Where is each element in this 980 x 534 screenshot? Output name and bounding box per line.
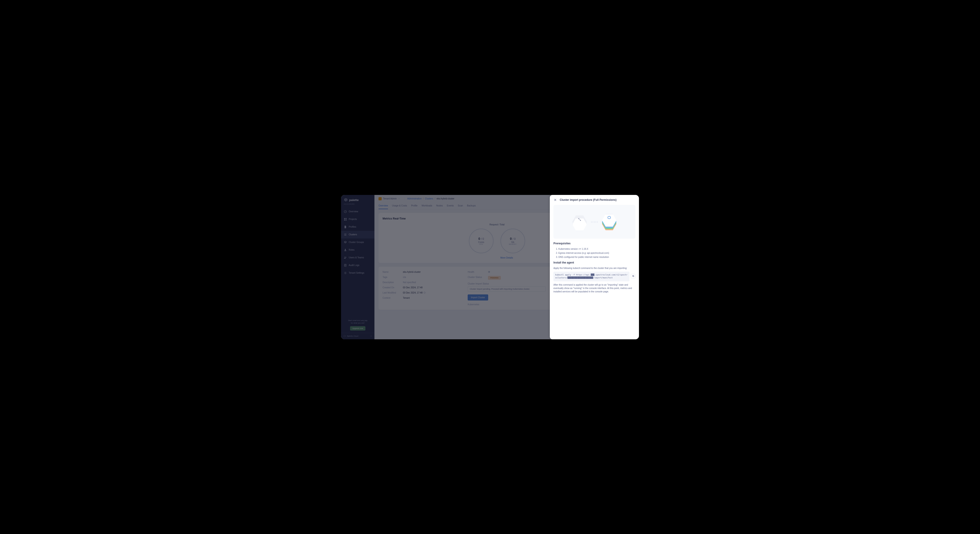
doc-icon [344,264,347,267]
memory-label: Gb [511,241,514,243]
tab-overview[interactable]: Overview [379,203,388,209]
copy-button[interactable] [631,274,635,278]
tab-backups[interactable]: Backups [467,203,476,209]
sidebar-item-users-teams[interactable]: Users & Teams [341,254,374,261]
kv-key-cluster-status: Cluster Status [468,276,488,280]
svg-rect-1 [344,218,345,219]
close-icon[interactable] [554,198,557,202]
panel-header: Cluster import procedure (Full Permissio… [550,195,639,205]
import-procedure-panel: Cluster import procedure (Full Permissio… [550,195,639,339]
brand-name: palette [349,198,359,202]
install-lead-text: Apply the following kubectl command to t… [554,267,635,270]
breadcrumb-separator: / [434,197,435,200]
prereq-list: Kubernetes version >= 1.19.X Egress inte… [554,247,635,259]
sidebar-item-label: Audit Logs [349,264,359,267]
breadcrumb-administration[interactable]: Administration [407,197,422,200]
tab-events[interactable]: Events [447,203,454,209]
breadcrumb-clusters[interactable]: Clusters [425,197,433,200]
breadcrumb-current: eks-hybrid-cluster [436,197,454,200]
layers-icon [344,241,347,244]
gear-icon [344,272,347,275]
tab-profile[interactable]: Profile [411,203,417,209]
sidebar-item-overview[interactable]: Overview [341,208,374,215]
svg-rect-14 [633,276,634,277]
kv-val-tags: n/a [403,276,406,278]
cpu-unit: CPU [479,243,483,245]
app-window: palette 4.6.0-241203 Overview Projects P… [341,195,639,339]
cpu-value: 0 / 0 [478,237,484,240]
code-row: kubectl apply -f https://api.███.spectro… [554,272,635,281]
svg-rect-15 [632,275,633,277]
sidebar-item-label: Clusters [349,233,357,236]
cpu-gauge: 0 / 0 Cores CPU [469,229,493,253]
kv-key-created: Created On [383,286,403,289]
kv-val-context: Tenant [403,297,410,299]
svg-point-6 [345,256,345,257]
kv-key-import-status: Cluster Import Status [468,283,546,285]
sidebar-item-clusters[interactable]: Clusters [341,231,374,238]
details-col-left: Nameeks-hybrid-cluster Tagsn/a Descripti… [383,271,460,306]
sidebar-item-audit-logs[interactable]: Audit Logs [341,261,374,269]
health-dot-icon [488,271,490,273]
info-icon[interactable] [423,291,426,294]
collapse-icon[interactable] [370,335,372,337]
prereq-item: DNS configured for public internet name … [558,255,635,259]
copy-icon [632,275,635,277]
file-icon [344,226,347,229]
kv-key-name: Name [383,271,403,273]
memory-value: 0 / 0 [510,237,515,240]
tab-nodes[interactable]: Nodes [436,203,443,209]
tab-usage-costs[interactable]: Usage & Costs [392,203,407,209]
memory-unit: MEMORY [509,243,517,245]
kv-val-description: Not specified [403,281,416,284]
sidebar-item-projects[interactable]: Projects [341,215,374,223]
svg-point-9 [345,273,346,273]
svg-point-7 [345,257,346,257]
kv-key-description: Description [383,281,403,284]
sidebar-nav: Overview Projects Profiles Clusters Clus… [341,208,374,277]
upgrade-button[interactable]: Upgrade now [350,326,366,331]
user-icon [344,248,347,251]
import-cluster-button[interactable]: Import Cluster [468,294,488,300]
sidebar-bottom-bar: Spectro Cloud [341,333,374,339]
kv-val-lastmod: 03 Dec 2024, 17:48 [403,291,426,294]
panel-body: ››››› Prerequisites Kubernetes version >… [550,205,639,339]
memory-gauge: 0 / 0 Gb MEMORY [500,229,525,253]
kv-key-tags: Tags [383,276,403,278]
brand: palette [341,195,374,203]
sidebar-item-roles[interactable]: Roles [341,246,374,254]
kv-val-created: 03 Dec 2024, 17:48 [403,286,423,289]
tab-scan[interactable]: Scan [458,203,463,209]
grid-icon [344,218,347,221]
version-label: 4.6.0-241203 [341,203,374,208]
kv-val-health [488,271,490,273]
prereq-item: Egress internet access (e.g: api.spectro… [558,251,635,255]
kubectl-command[interactable]: kubectl apply -f https://api.███.spectro… [554,272,630,281]
destination-cluster-icon [600,213,618,231]
prereq-item: Kubernetes version >= 1.19.X [558,247,635,251]
sidebar-item-profiles[interactable]: Profiles [341,223,374,231]
svg-rect-2 [345,218,347,219]
tenant-color-icon [379,197,382,200]
cpu-label: Cores [478,241,484,243]
sidebar: palette 4.6.0-241203 Overview Projects P… [341,195,374,339]
sidebar-item-label: Profiles [349,226,356,228]
sidebar-item-cluster-groups[interactable]: Cluster Groups [341,238,374,246]
sidebar-item-label: Tenant Settings [349,272,364,274]
status-badge: PENDING [488,276,501,280]
sidebar-item-tenant-settings[interactable]: Tenant Settings [341,269,374,277]
sidebar-footer-text: Start small and only pay for what you us… [343,319,372,324]
svg-point-11 [488,271,490,273]
tenant-selector[interactable]: Tenant Admin [379,197,405,200]
tenant-label: Tenant Admin [383,197,397,200]
kv-val-name: eks-hybrid-cluster [403,271,421,273]
brand-icon [344,198,348,202]
svg-rect-4 [345,219,347,221]
transfer-arrows-icon: ››››› [591,220,598,223]
users-icon [344,256,347,259]
install-after-text: After this command is applied the cluste… [554,283,635,293]
kv-val-cluster-status: PENDING [488,276,501,280]
tab-workloads[interactable]: Workloads [422,203,432,209]
kv-key-lastmod: Last Modified [383,291,403,294]
svg-rect-3 [344,219,345,221]
